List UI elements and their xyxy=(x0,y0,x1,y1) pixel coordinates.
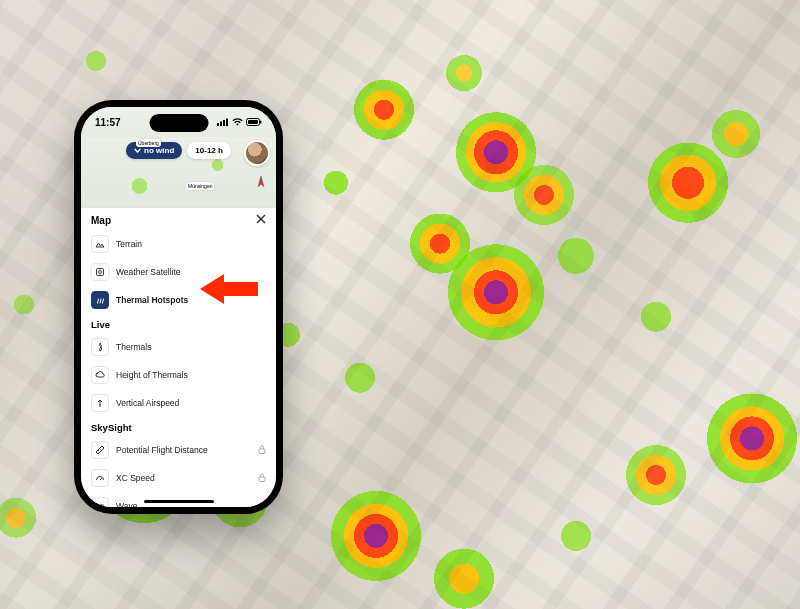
section-heading-skysight: SkySight xyxy=(81,417,276,436)
battery-icon xyxy=(246,118,262,126)
wifi-icon xyxy=(232,118,243,126)
map-header[interactable]: no wind 10-12 h Überberg Münsingen xyxy=(81,137,276,208)
lock-icon xyxy=(258,473,266,484)
svg-rect-5 xyxy=(248,120,258,124)
svg-point-9 xyxy=(99,271,102,274)
svg-marker-7 xyxy=(258,176,264,187)
satellite-icon xyxy=(91,263,109,281)
layer-label: XC Speed xyxy=(116,473,155,483)
layer-label: Vertical Airspeed xyxy=(116,398,179,408)
panel-title: Map xyxy=(91,215,111,226)
lock-icon xyxy=(258,445,266,456)
status-time: 11:57 xyxy=(95,117,121,128)
layers-panel: Map Terrain Weather Satellite xyxy=(81,208,276,507)
signal-icon xyxy=(217,118,229,126)
wave-icon xyxy=(91,497,109,507)
time-chip-label: 10-12 h xyxy=(195,146,223,155)
layer-label: Thermal Hotspots xyxy=(116,295,188,305)
home-indicator xyxy=(144,500,214,503)
layer-label: Terrain xyxy=(116,239,142,249)
layer-label: Wave xyxy=(116,501,137,507)
cloud-up-icon xyxy=(91,366,109,384)
ruler-icon xyxy=(91,441,109,459)
layer-row-terrain[interactable]: Terrain xyxy=(81,230,276,258)
svg-rect-1 xyxy=(220,122,222,127)
place-label-munsingen: Münsingen xyxy=(186,182,214,190)
layer-row-vertical-airspeed[interactable]: Vertical Airspeed xyxy=(81,389,276,417)
dynamic-island xyxy=(149,114,208,132)
avatar[interactable] xyxy=(244,140,270,166)
svg-rect-10 xyxy=(259,449,265,454)
layer-row-height-of-thermals[interactable]: Height of Thermals xyxy=(81,361,276,389)
time-chip[interactable]: 10-12 h xyxy=(187,142,231,159)
svg-rect-12 xyxy=(259,505,265,508)
layer-label: Weather Satellite xyxy=(116,267,181,277)
svg-rect-11 xyxy=(259,477,265,482)
close-icon[interactable] xyxy=(256,214,266,226)
wind-chip-label: no wind xyxy=(144,146,174,155)
svg-rect-3 xyxy=(226,119,228,127)
layer-row-thermals[interactable]: Thermals xyxy=(81,333,276,361)
lock-icon xyxy=(258,501,266,508)
terrain-icon xyxy=(91,235,109,253)
annotation-arrow xyxy=(200,272,258,310)
layer-label: Potential Flight Distance xyxy=(116,445,208,455)
layer-row-xc-speed[interactable]: XC Speed xyxy=(81,464,276,492)
thermals-icon xyxy=(91,338,109,356)
speed-icon xyxy=(91,469,109,487)
section-heading-live: Live xyxy=(81,314,276,333)
svg-rect-6 xyxy=(260,121,261,124)
chevron-down-icon xyxy=(134,147,141,154)
compass-icon[interactable] xyxy=(254,175,268,189)
status-icons xyxy=(217,118,262,126)
svg-marker-13 xyxy=(200,274,258,304)
vertical-speed-icon xyxy=(91,394,109,412)
layer-row-potential-flight-distance[interactable]: Potential Flight Distance xyxy=(81,436,276,464)
layer-label: Height of Thermals xyxy=(116,370,188,380)
svg-rect-2 xyxy=(223,120,225,126)
hotspots-icon xyxy=(91,291,109,309)
svg-rect-0 xyxy=(217,123,219,126)
svg-rect-8 xyxy=(97,269,104,276)
layer-label: Thermals xyxy=(116,342,151,352)
place-label-uberberg: Überberg xyxy=(136,139,161,147)
